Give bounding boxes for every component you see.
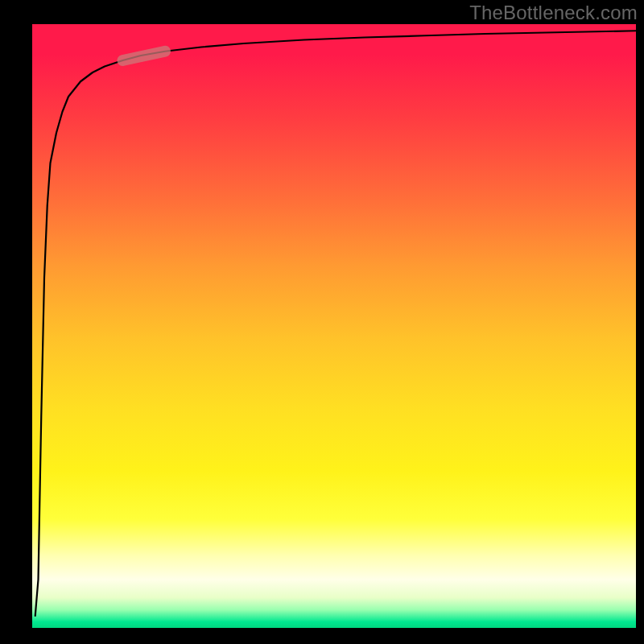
watermark-text: TheBottleneck.com <box>469 2 638 24</box>
chart-gradient-area <box>32 24 636 628</box>
